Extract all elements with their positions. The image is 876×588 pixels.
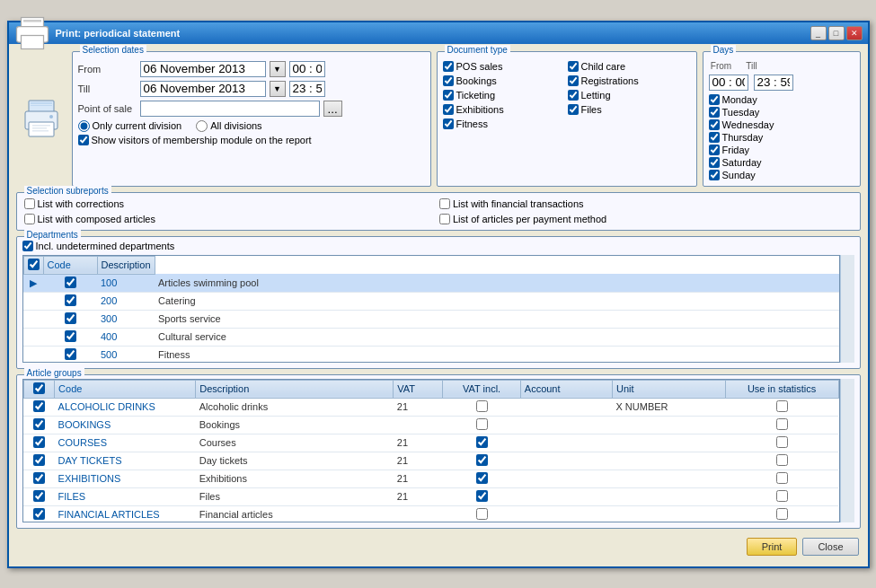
art-header-desc: Description — [196, 380, 394, 398]
table-row[interactable]: ALCOHOLIC DRINKS Alcoholic drinks 21 X N… — [23, 398, 838, 416]
selection-subreports-group: Selection subreports List with correctio… — [16, 192, 861, 231]
all-divisions-radio[interactable]: All divisions — [196, 120, 261, 132]
table-row[interactable]: 500 Fitness — [23, 346, 839, 363]
incl-undetermined-checkbox[interactable]: Incl. undetermined departments — [22, 241, 854, 251]
show-visitors-checkbox[interactable]: Show visitors of membership module on th… — [78, 135, 425, 145]
table-row[interactable]: FINANCIAL ARTICLES Financial articles — [23, 505, 838, 522]
document-type-checkboxes: POS sales Child care Bookings Registrati… — [443, 61, 691, 131]
point-of-sale-label: Point of sale — [78, 103, 137, 114]
svg-rect-12 — [32, 130, 49, 132]
window-content: Selection dates From ▼ Till ▼ Point of s… — [9, 44, 868, 566]
from-date-input[interactable] — [140, 61, 266, 77]
dept-header-check — [23, 256, 43, 274]
title-buttons: _ □ ✕ — [810, 26, 863, 40]
art-header-useinstats: Use in statistics — [725, 380, 838, 398]
table-row[interactable]: COURSES Courses 21 — [23, 434, 838, 452]
svg-rect-6 — [29, 122, 54, 136]
dept-header-code: Code — [43, 256, 97, 274]
table-row[interactable]: ▶ 100 Articles swimming pool — [23, 274, 839, 292]
from-time-input[interactable] — [289, 61, 325, 77]
selection-subreports-title: Selection subreports — [24, 186, 111, 196]
selection-dates-title: Selection dates — [80, 45, 146, 55]
article-table-container[interactable]: Code Description VAT VAT incl. Account U… — [22, 379, 840, 522]
table-row[interactable]: BOOKINGS Bookings — [23, 416, 838, 434]
subreport-corrections[interactable]: List with corrections — [24, 198, 438, 209]
checkbox-pos-sales[interactable]: POS sales — [443, 61, 566, 72]
days-time-inputs-row — [709, 75, 854, 91]
checkbox-fitness[interactable]: Fitness — [443, 118, 566, 129]
day-sunday[interactable]: Sunday — [709, 170, 854, 180]
days-till-time-input[interactable] — [754, 75, 793, 91]
subreport-articles-per-payment[interactable]: List of articles per payment method — [439, 214, 853, 224]
maximize-button[interactable]: □ — [828, 26, 845, 40]
svg-rect-3 — [23, 20, 41, 22]
title-text: Print: periodical statement — [56, 28, 181, 39]
days-from-label: From — [709, 61, 734, 71]
row-arrow-icon: ▶ — [30, 277, 37, 288]
day-tuesday[interactable]: Tuesday — [709, 107, 854, 118]
article-table: Code Description VAT VAT incl. Account U… — [23, 380, 839, 522]
departments-section: Departments Incl. undetermined departmen… — [16, 236, 861, 369]
all-divisions-label: All divisions — [210, 120, 261, 131]
only-current-radio[interactable]: Only current division — [78, 120, 182, 132]
title-printer-icon — [14, 15, 50, 51]
point-of-sale-input[interactable] — [140, 101, 320, 117]
point-of-sale-browse-button[interactable]: ... — [323, 101, 342, 117]
main-window: Print: periodical statement _ □ ✕ — [7, 21, 870, 568]
art-header-vatincl: VAT incl. — [443, 380, 520, 398]
close-button[interactable]: Close — [802, 538, 858, 556]
day-thursday[interactable]: Thursday — [709, 132, 854, 143]
checkbox-child-care[interactable]: Child care — [568, 61, 691, 72]
from-date-picker-button[interactable]: ▼ — [270, 61, 286, 77]
svg-rect-8 — [31, 105, 52, 106]
checkbox-letting[interactable]: Letting — [568, 90, 691, 101]
document-type-title: Document type — [445, 45, 510, 55]
days-group: Days From Till Monday Tuesday Wednesday … — [703, 51, 861, 187]
till-label: Till — [78, 83, 137, 94]
till-date-input[interactable] — [140, 81, 266, 97]
departments-title: Departments — [24, 230, 81, 240]
days-time-row: From Till — [709, 61, 854, 71]
days-from-time-input[interactable] — [709, 75, 748, 91]
article-scrollbar[interactable] — [840, 379, 854, 522]
day-monday[interactable]: Monday — [709, 94, 854, 105]
table-row[interactable]: EXHIBITIONS Exhibitions 21 — [23, 470, 838, 487]
division-radio-row: Only current division All divisions — [78, 120, 425, 132]
article-groups-title: Article groups — [24, 368, 84, 378]
only-current-label: Only current division — [93, 120, 182, 131]
art-header-account: Account — [520, 380, 612, 398]
art-header-vat: VAT — [394, 380, 443, 398]
days-till-label: Till — [739, 61, 765, 71]
departments-table-container[interactable]: Code Description ▶ 100 Articles swimming… — [22, 255, 840, 363]
table-row[interactable]: DAY TICKETS Day tickets 21 — [23, 452, 838, 470]
table-row[interactable]: 400 Cultural service — [23, 328, 839, 346]
svg-rect-10 — [32, 125, 50, 127]
subreport-composed-articles[interactable]: List with composed articles — [24, 214, 438, 224]
till-date-picker-button[interactable]: ▼ — [270, 81, 286, 97]
till-time-input[interactable] — [289, 81, 325, 97]
checkbox-bookings[interactable]: Bookings — [443, 75, 566, 86]
close-window-button[interactable]: ✕ — [846, 26, 863, 40]
svg-point-9 — [49, 115, 53, 118]
day-friday[interactable]: Friday — [709, 145, 854, 155]
checkbox-files[interactable]: Files — [568, 104, 691, 115]
subreport-financial-transactions[interactable]: List with financial transactions — [439, 198, 853, 209]
document-type-group: Document type POS sales Child care Booki… — [437, 51, 697, 187]
incl-undetermined-label: Incl. undetermined departments — [36, 241, 175, 251]
subreports-checkboxes: List with corrections List with financia… — [24, 198, 853, 226]
print-button[interactable]: Print — [747, 538, 798, 556]
minimize-button[interactable]: _ — [810, 26, 827, 40]
checkbox-registrations[interactable]: Registrations — [568, 75, 691, 86]
svg-rect-2 — [21, 35, 43, 48]
dept-scrollbar[interactable] — [840, 255, 854, 363]
checkbox-ticketing[interactable]: Ticketing — [443, 90, 566, 101]
table-row[interactable]: 300 Sports service — [23, 310, 839, 328]
bottom-buttons: Print Close — [16, 534, 861, 559]
day-wednesday[interactable]: Wednesday — [709, 119, 854, 130]
day-saturday[interactable]: Saturday — [709, 157, 854, 168]
table-row[interactable]: 200 Catering — [23, 292, 839, 310]
table-row[interactable]: FILES Files 21 — [23, 487, 838, 505]
checkbox-exhibitions[interactable]: Exhibitions — [443, 104, 566, 115]
departments-table: Code Description ▶ 100 Articles swimming… — [23, 256, 839, 363]
from-row: From ▼ — [78, 61, 425, 77]
